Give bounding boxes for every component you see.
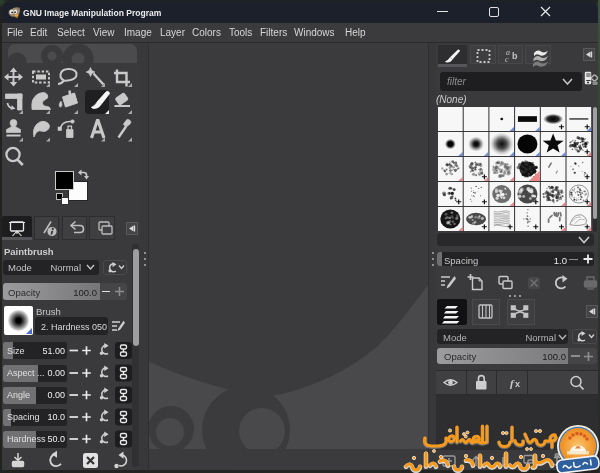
svg-text:b: b [512,51,518,61]
svg-text:x: x [515,379,520,389]
svg-text:c: c [505,55,509,64]
